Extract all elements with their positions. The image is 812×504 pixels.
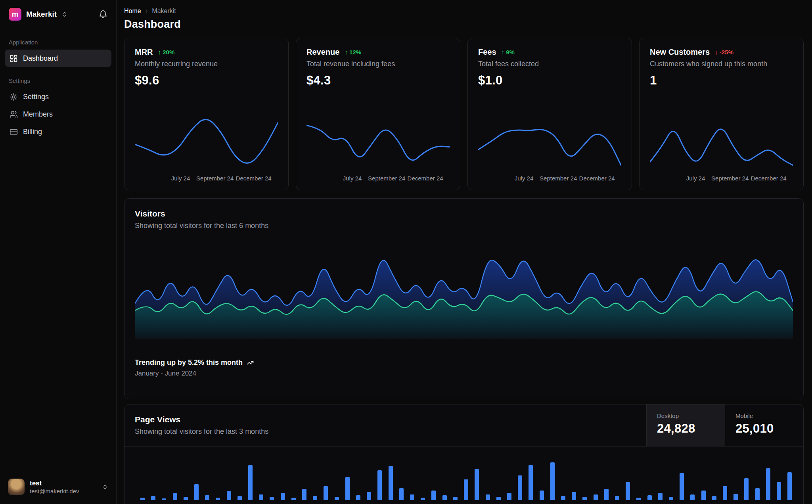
- sidebar-item-settings[interactable]: Settings: [5, 88, 111, 105]
- x-axis-ticks: July 24 September 24 December 24: [306, 175, 450, 183]
- sidebar-item-label: Billing: [23, 128, 42, 136]
- bar: [410, 494, 414, 500]
- sparkline-chart: July 24 September 24 December 24: [135, 111, 278, 183]
- bar: [464, 479, 468, 500]
- stat-value: 1: [650, 73, 793, 88]
- bar: [604, 489, 609, 500]
- gear-icon: [10, 93, 18, 101]
- bar: [227, 491, 231, 500]
- sparkline-chart: July 24 September 24 December 24: [478, 111, 621, 183]
- workspace-selector[interactable]: m Makerkit: [9, 8, 68, 21]
- user-menu[interactable]: test test@makerkit.dev: [0, 472, 116, 504]
- sidebar-item-label: Settings: [23, 93, 49, 101]
- bar: [259, 494, 263, 500]
- stat-value: $9.6: [135, 73, 278, 88]
- bar: [453, 497, 458, 500]
- visitors-period: January - June 2024: [135, 370, 793, 378]
- dashboard-grid-icon: [10, 54, 18, 63]
- breadcrumb-home-link[interactable]: Home: [124, 8, 141, 15]
- bar: [550, 462, 555, 500]
- user-email: test@makerkit.dev: [30, 487, 97, 495]
- bar: [486, 494, 490, 500]
- main-content: Home › Makerkit Dashboard MRR ↑ 20% Mont…: [117, 0, 812, 504]
- page-views-card: Page Views Showing total visitors for th…: [124, 404, 804, 504]
- desktop-toggle[interactable]: Desktop 24,828: [646, 404, 725, 446]
- bell-icon[interactable]: [99, 10, 107, 19]
- x-tick: September 24: [540, 175, 577, 182]
- chevrons-up-down-icon: [102, 484, 108, 490]
- bar: [496, 497, 501, 500]
- chevrons-up-down-icon: [61, 11, 68, 17]
- bar: [184, 497, 188, 500]
- stat-cards-row: MRR ↑ 20% Monthly recurring revenue $9.6…: [124, 38, 804, 190]
- x-tick: December 24: [579, 175, 615, 182]
- trend-down-badge: ↓ -25%: [715, 49, 733, 56]
- mobile-toggle[interactable]: Mobile 25,010: [725, 404, 803, 446]
- bar: [216, 498, 220, 500]
- sidebar-item-members[interactable]: Members: [5, 105, 111, 123]
- bar: [335, 497, 339, 500]
- breadcrumb-current: Makerkit: [152, 8, 176, 15]
- sparkline-chart: July 24 September 24 December 24: [306, 111, 450, 183]
- bar: [723, 486, 727, 500]
- bar: [626, 482, 630, 500]
- avatar: [8, 479, 25, 495]
- brand-name: Makerkit: [26, 10, 57, 19]
- trending-up-icon: [247, 359, 254, 366]
- stat-subtitle: Total revenue including fees: [306, 60, 450, 68]
- x-tick: December 24: [751, 175, 787, 182]
- page-views-title: Page Views: [135, 415, 636, 424]
- mobile-value: 25,010: [735, 422, 793, 436]
- nav-section-settings: Settings: [9, 77, 107, 84]
- stat-title: Revenue: [306, 48, 339, 57]
- bar: [324, 486, 328, 500]
- bar: [194, 484, 199, 500]
- users-icon: [10, 110, 18, 119]
- bar: [680, 473, 684, 500]
- sidebar-item-label: Members: [23, 110, 53, 119]
- bar: [442, 495, 447, 500]
- x-tick: July 24: [343, 175, 362, 182]
- bar: [507, 493, 511, 500]
- x-axis-ticks: July 24 September 24 December 24: [650, 175, 793, 183]
- bar: [787, 472, 792, 500]
- bar: [777, 482, 781, 500]
- visitors-area-svg: [135, 247, 793, 339]
- bar: [475, 469, 479, 500]
- mobile-label: Mobile: [735, 412, 793, 419]
- sidebar-item-billing[interactable]: Billing: [5, 123, 111, 140]
- stat-value: $4.3: [306, 73, 450, 88]
- stat-card-fees: Fees ↑ 9% Total fees collected $1.0 July…: [467, 38, 632, 190]
- stat-value: $1.0: [478, 73, 621, 88]
- bar: [399, 488, 404, 500]
- page-title: Dashboard: [124, 18, 804, 31]
- bar: [561, 496, 565, 500]
- x-tick: December 24: [236, 175, 272, 182]
- bar: [356, 495, 360, 500]
- nav-section-application: Application: [9, 39, 107, 46]
- brand-logo: m: [9, 8, 21, 21]
- stat-card-new-customers: New Customers ↓ -25% Customers who signe…: [639, 38, 804, 190]
- visitors-trend-text: Trending up by 5.2% this month: [135, 358, 243, 367]
- user-name: test: [30, 479, 97, 487]
- bar: [615, 496, 619, 500]
- breadcrumb: Home › Makerkit: [124, 7, 804, 15]
- bar: [345, 477, 350, 500]
- trend-up-badge: ↑ 9%: [502, 49, 515, 56]
- visitors-area-chart: [135, 247, 793, 339]
- stat-title: MRR: [135, 48, 153, 57]
- bar: [270, 497, 274, 500]
- bar: [647, 495, 652, 500]
- visitors-card: Visitors Showing total visitors for the …: [124, 198, 804, 399]
- new-customers-sparkline-svg: [650, 111, 793, 171]
- bar: [582, 497, 587, 500]
- sidebar-header: m Makerkit: [0, 0, 116, 25]
- sidebar-item-dashboard[interactable]: Dashboard: [5, 50, 111, 67]
- visitors-title: Visitors: [135, 209, 793, 218]
- bar: [733, 494, 738, 500]
- trend-up-badge: ↑ 12%: [345, 49, 361, 56]
- revenue-sparkline-svg: [306, 111, 450, 171]
- bar: [313, 496, 317, 500]
- bar: [302, 489, 306, 500]
- x-axis-ticks: July 24 September 24 December 24: [135, 175, 278, 183]
